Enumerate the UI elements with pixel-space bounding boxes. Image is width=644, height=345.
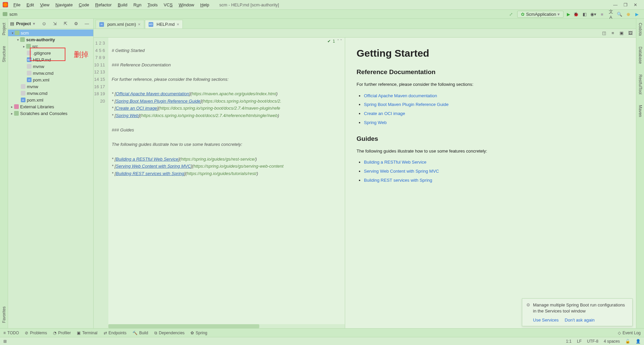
menu-file[interactable]: File bbox=[11, 1, 23, 8]
database-tool-tab[interactable]: Database bbox=[637, 45, 643, 66]
readonly-icon[interactable]: 🔓 bbox=[625, 339, 630, 344]
problems-tool[interactable]: ⊘ Problems bbox=[25, 331, 47, 335]
menu-window[interactable]: Window bbox=[176, 1, 197, 8]
preview-link[interactable]: Serving Web Content with Spring MVC bbox=[364, 169, 439, 174]
tab-help[interactable]: MDHELP.md× bbox=[145, 20, 183, 28]
expand-icon[interactable]: ⇲ bbox=[51, 21, 58, 26]
coverage-button[interactable]: ◧ bbox=[581, 12, 588, 17]
locate-icon[interactable]: ⊙ bbox=[41, 21, 47, 26]
menu-vcs[interactable]: VCS bbox=[161, 1, 175, 8]
todo-tool[interactable]: ≡ TODO bbox=[3, 331, 19, 335]
restful-tool-tab[interactable]: RestfulTool bbox=[637, 72, 643, 96]
editor-area: mpom.xml (scm)× MDHELP.md× ◫ ≡ ▣ 🖼 1 2 3… bbox=[94, 19, 636, 328]
profiler-tool[interactable]: ◔ Profiler bbox=[53, 331, 71, 335]
encoding[interactable]: UTF-8 bbox=[587, 339, 598, 344]
horizontal-scrollbar[interactable] bbox=[108, 324, 345, 328]
menu-bar: File Edit View Navigate Code Refactor Bu… bbox=[0, 0, 644, 9]
codota-tool-tab[interactable]: Codota bbox=[637, 21, 643, 38]
editor-split-icon[interactable]: ◫ bbox=[601, 31, 607, 36]
debug-button[interactable]: 🐞 bbox=[573, 12, 579, 17]
inspector-icon[interactable]: 👤 bbox=[636, 339, 641, 344]
tree-mvnw2[interactable]: mvnw bbox=[8, 83, 93, 90]
terminal-tool[interactable]: ▣ Terminal bbox=[77, 331, 97, 335]
notification-use-services[interactable]: Use Services bbox=[533, 318, 559, 323]
folder-icon bbox=[3, 12, 7, 16]
build-icon[interactable]: ⤢ bbox=[507, 12, 514, 17]
stop-button[interactable]: ■ bbox=[599, 12, 605, 17]
inspection-badge[interactable]: ✔1 ˄ ˅ bbox=[327, 39, 342, 44]
menu-help[interactable]: Help bbox=[198, 1, 212, 8]
maven-tool-tab[interactable]: Maven bbox=[637, 103, 643, 119]
menu-tools[interactable]: Tools bbox=[145, 1, 160, 8]
menu-view[interactable]: View bbox=[37, 1, 52, 8]
tab-pom[interactable]: mpom.xml (scm)× bbox=[96, 20, 144, 28]
chevron-down-icon[interactable]: ▾ bbox=[33, 21, 35, 26]
hide-icon[interactable]: — bbox=[84, 21, 90, 26]
project-tool-tab[interactable]: Project bbox=[1, 21, 7, 37]
tree-pom2[interactable]: mpom.xml bbox=[8, 97, 93, 103]
menu-build[interactable]: Build bbox=[115, 1, 130, 8]
notification-popup: Manage multiple Spring Boot run configur… bbox=[522, 298, 633, 326]
editor-only-icon[interactable]: ≡ bbox=[610, 31, 616, 36]
bottom-tool-bar: ≡ TODO ⊘ Problems ◔ Profiler ▣ Terminal … bbox=[0, 328, 644, 337]
run-config-selector[interactable]: ✿ ScmApplication ▾ bbox=[517, 11, 564, 18]
tree-root[interactable]: ▾scm bbox=[8, 30, 93, 36]
preview-link[interactable]: Building a RESTful Web Service bbox=[364, 160, 426, 165]
preview-link[interactable]: Official Apache Maven documentation bbox=[364, 93, 437, 98]
gear-icon[interactable]: ⚙ bbox=[73, 21, 79, 26]
menu-code[interactable]: Code bbox=[76, 1, 92, 8]
endpoints-tool[interactable]: ⇄ Endpoints bbox=[104, 331, 126, 335]
tree-pom1[interactable]: mpom.xml bbox=[8, 76, 93, 83]
event-log-tool[interactable]: ◇ Event Log bbox=[618, 331, 641, 335]
project-tree[interactable]: ▾scm ▾scm-authority ▸src .gitignore MDHE… bbox=[8, 29, 93, 328]
search-icon[interactable]: 🔍 bbox=[616, 12, 623, 17]
tree-mvnwcmd1[interactable]: mvnw.cmd bbox=[8, 70, 93, 76]
maximize-icon[interactable]: ❐ bbox=[624, 2, 628, 7]
indent[interactable]: 4 spaces bbox=[604, 339, 620, 344]
tree-module[interactable]: ▾scm-authority bbox=[8, 36, 93, 43]
update-icon[interactable]: ⊕ bbox=[625, 12, 632, 17]
menu-run[interactable]: Run bbox=[131, 1, 144, 8]
caret-position[interactable]: 1:1 bbox=[566, 339, 572, 344]
windows-icon[interactable]: ⊞ bbox=[3, 339, 7, 344]
tree-scratches[interactable]: ▸Scratches and Consoles bbox=[8, 110, 93, 117]
tree-mvnw1[interactable]: mvnw bbox=[8, 63, 93, 70]
line-ending[interactable]: LF bbox=[577, 339, 582, 344]
notification-dont-ask[interactable]: Don't ask again bbox=[565, 318, 595, 323]
spring-tool[interactable]: ✿ Spring bbox=[191, 331, 207, 335]
code-editor[interactable]: 1 2 3 4 5 6 7 8 9 10 11 12 13 14 15 16 1… bbox=[94, 38, 345, 328]
preview-link[interactable]: Spring Boot Maven Plugin Reference Guide bbox=[364, 102, 448, 107]
run-config-label: ScmApplication bbox=[526, 12, 556, 17]
right-tool-stripe: Codota Database RestfulTool Maven bbox=[636, 19, 644, 328]
profile-button[interactable]: ◉▾ bbox=[590, 12, 597, 17]
build-tool[interactable]: 🔨 Build bbox=[132, 331, 148, 335]
scrollbar-thumb[interactable] bbox=[108, 324, 259, 328]
close-icon[interactable]: ✕ bbox=[634, 2, 637, 7]
menu-navigate[interactable]: Navigate bbox=[53, 1, 75, 8]
run-button[interactable]: ▶ bbox=[567, 12, 570, 17]
close-tab-icon[interactable]: × bbox=[138, 22, 141, 27]
project-view-icon[interactable]: ▤ bbox=[10, 21, 14, 26]
code-content[interactable]: # Getting Started ### Reference Document… bbox=[108, 38, 345, 328]
preview-link[interactable]: Spring Web bbox=[364, 120, 387, 125]
editor-image-icon[interactable]: 🖼 bbox=[627, 31, 633, 36]
preview-link[interactable]: Create an OCI image bbox=[364, 111, 405, 116]
editor-preview-icon[interactable]: ▣ bbox=[619, 31, 625, 36]
close-tab-icon[interactable]: × bbox=[177, 22, 179, 27]
project-view-title[interactable]: Project bbox=[16, 21, 31, 26]
menu-refactor[interactable]: Refactor bbox=[93, 1, 114, 8]
tree-external-libs[interactable]: ▸External Libraries bbox=[8, 103, 93, 110]
preview-link[interactable]: Building REST services with Spring bbox=[364, 178, 432, 183]
status-bar: ⊞ 1:1 LF UTF-8 4 spaces 🔓 👤 bbox=[0, 337, 644, 345]
menu-edit[interactable]: Edit bbox=[24, 1, 37, 8]
preview-guide-list: Building a RESTful Web Service Serving W… bbox=[364, 159, 625, 184]
translate-icon[interactable]: 文A bbox=[607, 9, 614, 20]
collapse-icon[interactable]: ⇱ bbox=[62, 21, 69, 26]
dependencies-tool[interactable]: ⧉ Dependencies bbox=[154, 331, 185, 335]
structure-tool-tab[interactable]: Structure bbox=[1, 44, 7, 64]
minimize-icon[interactable]: — bbox=[613, 2, 618, 7]
breadcrumb[interactable]: scm bbox=[9, 12, 17, 17]
codota-icon[interactable]: ▶ bbox=[634, 12, 640, 17]
favorites-tool-tab[interactable]: Favorites bbox=[1, 304, 7, 325]
tree-mvnwcmd2[interactable]: mvnw.cmd bbox=[8, 90, 93, 97]
